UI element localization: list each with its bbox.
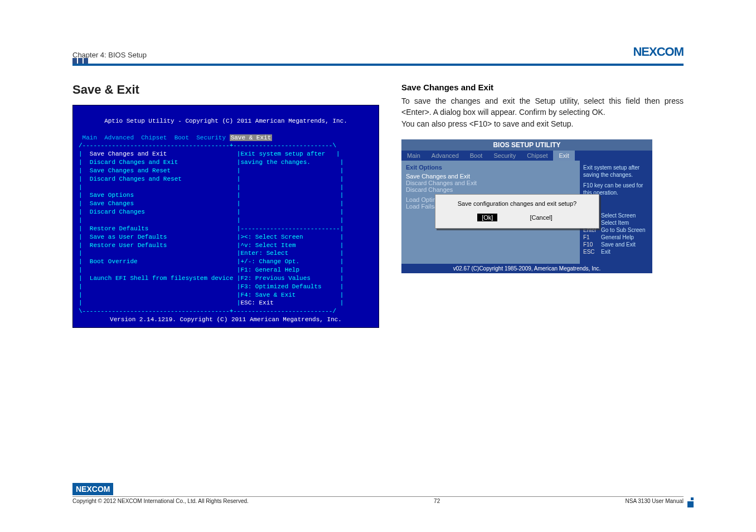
- bios1-item-discard-reset: Discard Changes and Reset: [90, 176, 182, 182]
- bios2-tab-chipset: Chipset: [521, 151, 553, 161]
- bios1-item-save-user-defaults: Save as User Defaults: [90, 234, 167, 240]
- section-heading: Save & Exit: [72, 83, 379, 97]
- right-paragraph-1: To save the changes and exit the Setup u…: [401, 95, 684, 118]
- right-paragraph-2: You can also press <F10> to save and exi…: [401, 118, 684, 129]
- right-sub-heading: Save Changes and Exit: [401, 83, 684, 92]
- bios2-key-f10: F10: [583, 241, 598, 248]
- bios1-key-exit: ESC: Exit: [240, 299, 273, 306]
- bios1-item-efi-shell: Launch EFI Shell from filesystem device: [90, 275, 233, 282]
- bios1-item-restore-defaults: Restore Defaults: [90, 225, 149, 232]
- bios1-key-change: +/-: Change Opt.: [240, 258, 299, 265]
- bios1-key-help: F1: General Help: [240, 267, 299, 273]
- bios1-item-save-changes: Save Changes: [90, 200, 134, 207]
- bios1-item-save-reset: Save Changes and Reset: [90, 167, 171, 174]
- bios2-header: BIOS SETUP UTILITY: [401, 139, 652, 151]
- footer-page-number: 72: [434, 498, 440, 504]
- bios-screenshot-2: BIOS SETUP UTILITY Main Advanced Boot Se…: [401, 139, 652, 273]
- bios2-item-discard: Discard Changes: [406, 186, 575, 193]
- bios2-key-ud-label: Select Item: [601, 219, 629, 226]
- bios-screenshot-1: Aptio Setup Utility - Copyright (C) 2011…: [72, 105, 379, 328]
- bios2-key-f10-label: Save and Exit: [601, 241, 636, 248]
- bios2-tab-main: Main: [401, 151, 426, 161]
- bios2-key-enter-label: Go to Sub Screen: [601, 226, 646, 234]
- footer-logo: NEXCOM: [72, 483, 113, 495]
- dialog-cancel-button[interactable]: [Cancel]: [525, 214, 556, 221]
- footer-corner-icon: [685, 497, 694, 506]
- bios1-help-2: saving the changes.: [240, 159, 310, 166]
- bios2-tab-exit: Exit: [553, 151, 574, 161]
- bios1-tabs: Main Advanced Chipset Boot Security Save…: [79, 134, 272, 141]
- bios1-key-item: ^v: Select Item: [240, 242, 295, 249]
- bios2-key-f1-label: General Help: [601, 234, 634, 241]
- dialog-ok-button[interactable]: [Ok]: [477, 214, 497, 221]
- bios2-tab-security: Security: [488, 151, 521, 161]
- bios2-help-1: Exit system setup after saving the chang…: [583, 164, 649, 178]
- bios1-item-restore-user-defaults: Restore User Defaults: [90, 242, 167, 249]
- bios2-key-f1: F1: [583, 234, 598, 241]
- bios1-item-discard-exit: Discard Changes and Exit: [90, 159, 178, 166]
- bios1-key-save: F4: Save & Exit: [240, 292, 295, 298]
- bios1-footer: Version 2.14.1219. Copyright (C) 2011 Am…: [79, 316, 373, 324]
- bios2-item-save-exit: Save Changes and Exit: [406, 173, 575, 180]
- bios2-tab-boot: Boot: [464, 151, 488, 161]
- bios1-help-1: Exit system setup after: [240, 151, 325, 157]
- header-divider: [72, 64, 684, 66]
- bios2-exit-options-head: Exit Options: [406, 164, 575, 171]
- bios1-item-save-exit: Save Changes and Exit: [90, 151, 167, 157]
- bios1-title: Aptio Setup Utility - Copyright (C) 2011…: [79, 117, 373, 125]
- bios2-key-esc-label: Exit: [601, 248, 610, 255]
- bios1-group-save-options: Save Options: [90, 192, 134, 199]
- bios1-group-boot-override: Boot Override: [90, 258, 138, 265]
- footer-manual-name: NSA 3130 User Manual: [625, 498, 684, 504]
- bios2-tab-advanced: Advanced: [426, 151, 464, 161]
- bios2-item-discard-exit: Discard Changes and Exit: [406, 180, 575, 186]
- bios1-active-tab: Save & Exit: [230, 134, 273, 141]
- bios2-key-lr-label: Select Screen: [601, 212, 636, 219]
- bios2-footer: v02.67 (C)Copyright 1985-2009, American …: [401, 264, 652, 273]
- bios2-confirm-dialog: Save configuration changes and exit setu…: [435, 194, 599, 229]
- bios1-key-prev: F2: Previous Values: [240, 275, 310, 282]
- footer-copyright: Copyright © 2012 NEXCOM International Co…: [72, 498, 249, 504]
- bios1-key-opt: F3: Optimized Defaults: [240, 283, 321, 290]
- bios1-item-discard-changes: Discard Changes: [90, 209, 145, 215]
- bios1-key-screen: ><: Select Screen: [240, 234, 303, 240]
- brand-logo: NEXCOM: [633, 45, 684, 59]
- bios1-key-select: Enter: Select: [240, 250, 288, 257]
- dialog-message: Save configuration changes and exit setu…: [440, 200, 594, 207]
- bios2-key-esc: ESC: [583, 248, 598, 255]
